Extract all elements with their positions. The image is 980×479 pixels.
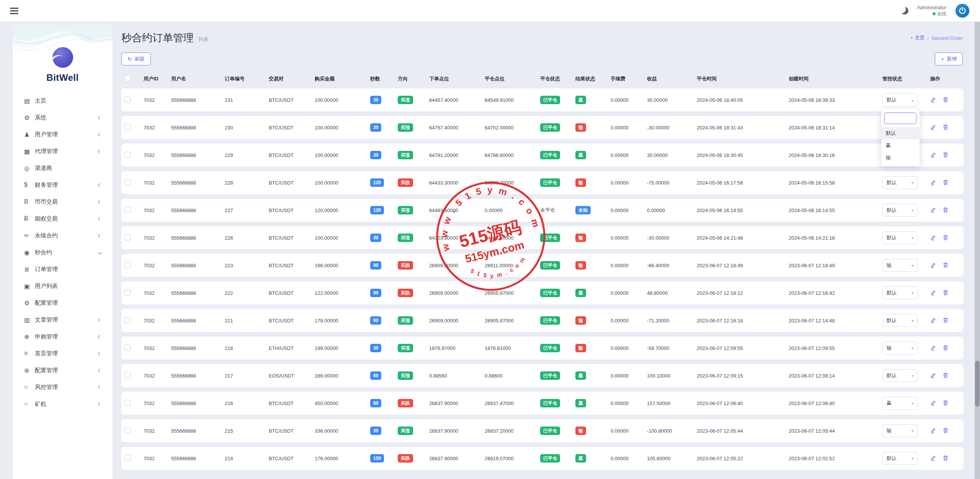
cell-close-price: 1876.61000: [482, 337, 537, 360]
row-checkbox[interactable]: [124, 152, 131, 158]
sidebar-item[interactable]: ⊕ 申购管理: [13, 328, 113, 345]
add-button[interactable]: + 新增: [935, 52, 963, 65]
row-checkbox[interactable]: [124, 179, 131, 185]
sidebar-item[interactable]: ▥ 文章管理: [13, 311, 113, 328]
row-checkbox[interactable]: [124, 207, 131, 213]
row-checkbox[interactable]: [124, 427, 131, 433]
edit-button[interactable]: [930, 317, 936, 324]
sidebar-item[interactable]: ○ 风控管理: [13, 379, 113, 396]
row-checkbox[interactable]: [124, 124, 131, 130]
cell-close-time: 2023-06-07 12:16:18: [694, 309, 786, 332]
sidebar-item[interactable]: ▣ 用户列表: [13, 278, 113, 294]
refresh-button[interactable]: ↻ 刷新: [121, 52, 151, 65]
sidebar-item[interactable]: ◉ 秒合约: [13, 244, 113, 261]
sidebar-item[interactable]: ▦ 代理管理: [13, 143, 113, 160]
sidebar-item[interactable]: ⚙ 系统: [13, 109, 113, 126]
delete-button[interactable]: [942, 400, 949, 407]
edit-button[interactable]: [930, 427, 936, 435]
control-status-select[interactable]: 默认 ▾: [882, 176, 918, 189]
dropdown-option-win[interactable]: 赢: [881, 139, 920, 152]
delete-button[interactable]: [942, 455, 949, 462]
row-checkbox[interactable]: [124, 400, 131, 406]
delete-button[interactable]: [942, 317, 949, 324]
cell-username: 555666888: [168, 226, 222, 249]
dropdown-search-input[interactable]: [884, 113, 916, 124]
sidebar-item[interactable]: B 币币交易: [13, 193, 113, 210]
delete-button[interactable]: [942, 152, 949, 159]
dropdown-option-lose[interactable]: 输: [881, 152, 920, 164]
control-status-select[interactable]: 默认 ▾: [882, 314, 918, 327]
row-checkbox[interactable]: [124, 234, 131, 240]
sidebar-item[interactable]: ⊛ 配置管理: [13, 362, 113, 379]
control-status-select[interactable]: 默认 ▾: [882, 231, 918, 244]
gear-icon: ⚙: [24, 114, 35, 121]
row-checkbox[interactable]: [124, 262, 131, 268]
delete-button[interactable]: [942, 372, 949, 379]
result-badge: 输: [575, 427, 586, 435]
sidebar-item[interactable]: ≣ 订单管理: [13, 261, 113, 278]
delete-button[interactable]: [942, 96, 949, 104]
delete-button[interactable]: [942, 427, 949, 435]
cell-order-no: 216: [222, 392, 266, 415]
delete-button[interactable]: [942, 179, 949, 186]
control-status-select[interactable]: 默认 ▾: [882, 452, 918, 465]
delete-button[interactable]: [942, 234, 949, 242]
edit-button[interactable]: [930, 179, 936, 186]
edit-button[interactable]: [930, 455, 936, 462]
row-checkbox[interactable]: [124, 372, 131, 378]
direction-badge: 买跌: [398, 454, 413, 463]
cell-open-price: 64781.20000: [426, 144, 482, 167]
sidebar-item[interactable]: $ 财务管理: [13, 177, 113, 193]
edit-button[interactable]: [930, 96, 936, 104]
breadcrumb-home[interactable]: ◔主页: [910, 34, 924, 41]
table-row: 7032 555666888 215 BTC/USDT 336.00000 30…: [121, 419, 964, 442]
scrollbar-thumb[interactable]: [975, 361, 980, 407]
edit-button[interactable]: [930, 152, 936, 159]
edit-button[interactable]: [930, 262, 936, 269]
edit-button[interactable]: [930, 234, 936, 242]
menu-label: 主页: [35, 97, 113, 105]
cell-order-no: 226: [222, 226, 266, 249]
edit-button[interactable]: [930, 372, 936, 379]
sidebar-item[interactable]: ♟ 用户管理: [13, 126, 113, 143]
sidebar-item[interactable]: ∞ 永续合约: [13, 227, 113, 244]
sidebar-item[interactable]: ≡ 首页管理: [13, 345, 113, 362]
dropdown-option-default[interactable]: 默认: [881, 127, 920, 139]
edit-button[interactable]: [930, 400, 936, 407]
edit-button[interactable]: [930, 345, 936, 352]
edit-button[interactable]: [930, 207, 936, 214]
row-checkbox[interactable]: [124, 289, 131, 296]
sidebar-item[interactable]: ○ 矿机: [13, 396, 113, 412]
row-checkbox[interactable]: [124, 96, 131, 103]
dark-mode-moon-icon[interactable]: [900, 6, 910, 15]
delete-button[interactable]: [942, 289, 949, 297]
control-status-select[interactable]: 默认 ▾: [882, 369, 918, 382]
edit-button[interactable]: [930, 124, 936, 131]
scrollbar-track[interactable]: [975, 22, 980, 479]
user-avatar-power-icon[interactable]: [955, 3, 970, 18]
sidebar-item[interactable]: ⚙ 配置管理: [13, 294, 113, 311]
edit-button[interactable]: [930, 289, 936, 297]
delete-button[interactable]: [942, 262, 949, 269]
direction-badge: 买涨: [398, 96, 413, 104]
select-caret-icon: ▾: [911, 236, 913, 240]
control-status-select[interactable]: 默认 ▾: [882, 204, 918, 217]
control-status-select[interactable]: 输 ▾: [882, 259, 918, 272]
sidebar-item[interactable]: Ƀ 期权交易: [13, 210, 113, 227]
control-status-select[interactable]: 默认 ▾: [882, 286, 918, 299]
select-all-checkbox[interactable]: [124, 75, 131, 82]
row-checkbox[interactable]: [124, 455, 131, 461]
control-status-select[interactable]: 默认 ▴ 默认 赢 输: [882, 93, 918, 106]
delete-button[interactable]: [942, 124, 949, 131]
row-checkbox[interactable]: [124, 317, 131, 323]
menu-toggle-icon[interactable]: [10, 8, 18, 14]
control-status-select[interactable]: 输 ▾: [882, 424, 918, 437]
delete-button[interactable]: [942, 345, 949, 352]
chevron-left-icon: [98, 351, 102, 355]
control-status-select[interactable]: 输 ▾: [882, 342, 918, 355]
delete-button[interactable]: [942, 207, 949, 214]
row-checkbox[interactable]: [124, 345, 131, 351]
sidebar-item[interactable]: ▤ 主页: [13, 92, 113, 109]
control-status-select[interactable]: 赢 ▾: [882, 397, 918, 410]
sidebar-item[interactable]: ◎ 渠道商: [13, 160, 113, 177]
